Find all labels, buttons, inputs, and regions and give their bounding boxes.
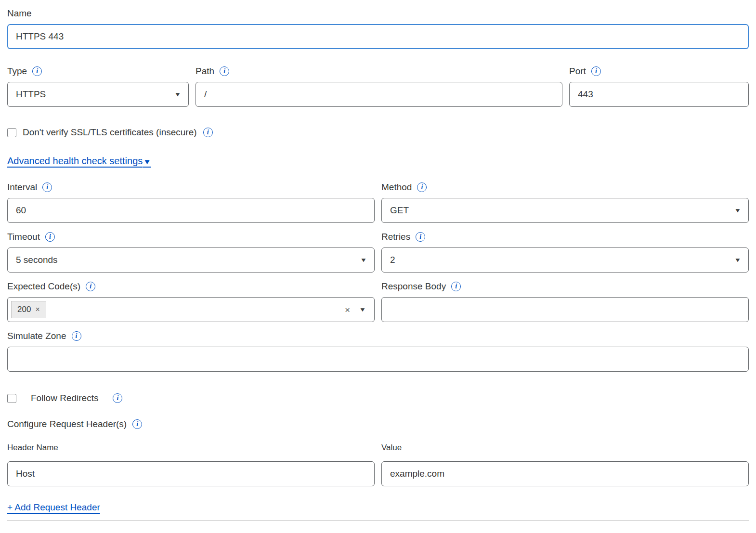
chevron-down-icon: ▼ [360,257,367,263]
port-label: Port i [569,65,749,77]
type-label-text: Type [7,65,27,77]
follow-redirects-checkbox[interactable] [7,394,16,403]
simulate-zone-info-icon[interactable]: i [72,331,81,341]
timeout-label: Timeout i [7,231,375,243]
request-headers-section-title: Configure Request Header(s) i [7,419,749,429]
header-value-label-text: Value [381,442,402,454]
response-body-input[interactable] [381,297,749,322]
timeout-label-text: Timeout [7,231,40,243]
advanced-settings-link-text: Advanced health check settings [7,156,143,167]
port-input[interactable] [569,82,749,107]
path-input[interactable] [196,82,562,107]
chevron-down-icon: ▼ [174,91,182,97]
name-label-text: Name [7,8,32,19]
method-label-text: Method [381,182,412,193]
expected-codes-label: Expected Code(s) i [7,281,375,292]
chevron-down-icon: ▼ [143,157,151,166]
expected-codes-multiselect[interactable]: 200 × × ▼ [7,297,375,322]
retries-label-text: Retries [381,231,410,243]
request-headers-info-icon[interactable]: i [132,419,142,429]
add-request-header-link-text: + Add Request Header [7,502,100,513]
method-select-value: GET [390,205,409,216]
type-label: Type i [7,65,189,77]
header-value-label: Value [381,442,749,454]
retries-select-value: 2 [390,255,395,265]
chevron-down-icon[interactable]: ▼ [359,307,366,312]
health-check-form: Name Type i HTTPS ▼ Path i Port i [0,0,756,520]
port-info-icon[interactable]: i [591,66,601,76]
type-select-value: HTTPS [16,89,46,100]
simulate-zone-label-text: Simulate Zone [7,330,66,342]
path-info-icon[interactable]: i [220,66,229,76]
timeout-select-value: 5 seconds [16,255,58,265]
bottom-divider [7,520,749,520]
chevron-down-icon: ▼ [734,257,742,263]
method-label: Method i [381,182,749,193]
path-label-text: Path [196,65,214,77]
response-body-info-icon[interactable]: i [451,282,461,291]
ssl-verify-info-icon[interactable]: i [203,128,213,137]
timeout-select[interactable]: 5 seconds ▼ [7,247,375,273]
follow-redirects-info-icon[interactable]: i [113,393,122,403]
remove-tag-icon[interactable]: × [35,305,39,315]
name-label: Name [7,8,749,19]
retries-info-icon[interactable]: i [416,232,425,242]
header-name-input[interactable] [7,461,375,486]
chevron-down-icon: ▼ [734,208,742,213]
follow-redirects-label: Follow Redirects [31,393,98,403]
expected-code-tag-value: 200 [17,304,31,315]
retries-label: Retries i [381,231,749,243]
clear-all-icon[interactable]: × [345,305,350,314]
expected-codes-label-text: Expected Code(s) [7,281,80,292]
request-headers-title-text: Configure Request Header(s) [7,419,127,429]
response-body-label-text: Response Body [381,281,446,292]
ssl-verify-checkbox[interactable] [7,128,16,137]
type-select[interactable]: HTTPS ▼ [7,82,189,107]
port-label-text: Port [569,65,586,77]
interval-label: Interval i [7,182,375,193]
header-name-label: Header Name [7,442,375,454]
expected-codes-info-icon[interactable]: i [86,282,95,291]
expected-code-tag: 200 × [11,301,46,318]
add-request-header-link[interactable]: + Add Request Header [7,502,100,513]
advanced-settings-link[interactable]: Advanced health check settings▼ [7,156,151,167]
retries-select[interactable]: 2 ▼ [381,247,749,273]
header-name-label-text: Header Name [7,442,58,454]
ssl-verify-label: Don't verify SSL/TLS certificates (insec… [23,127,197,138]
header-value-input[interactable] [381,461,749,486]
interval-info-icon[interactable]: i [42,182,52,192]
interval-label-text: Interval [7,182,37,193]
name-input[interactable] [7,24,749,49]
method-select[interactable]: GET ▼ [381,198,749,223]
path-label: Path i [196,65,562,77]
simulate-zone-input[interactable] [7,347,749,372]
interval-input[interactable] [7,198,375,223]
simulate-zone-label: Simulate Zone i [7,330,749,342]
type-info-icon[interactable]: i [32,66,42,76]
response-body-label: Response Body i [381,281,749,292]
timeout-info-icon[interactable]: i [45,232,55,242]
method-info-icon[interactable]: i [417,182,427,192]
